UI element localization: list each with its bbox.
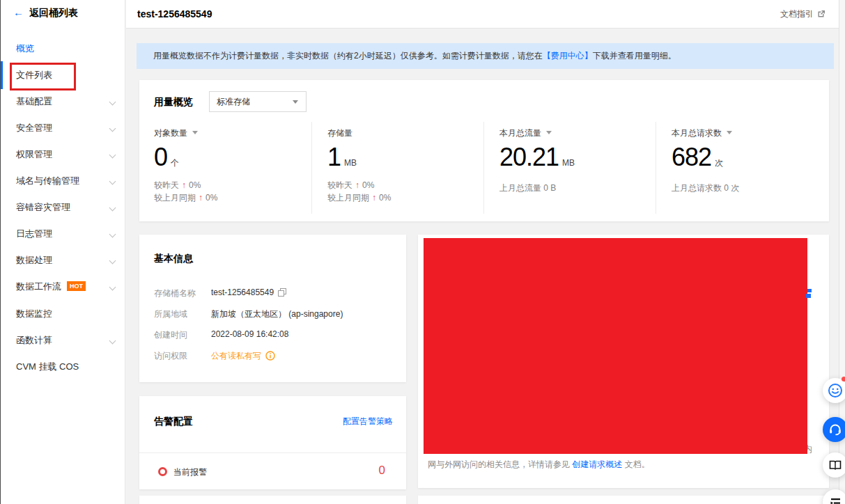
- chevron-down-icon: [109, 152, 116, 159]
- sidebar-item-permission-mgmt[interactable]: 权限管理: [1, 141, 126, 168]
- monthly-traffic-dropdown[interactable]: 本月总流量: [499, 127, 552, 139]
- chevron-down-icon: [109, 99, 116, 106]
- caret-down-icon: [727, 131, 732, 134]
- storage-value: 1: [327, 143, 341, 172]
- divider: [139, 452, 406, 453]
- sidebar-item-domain-transfer-mgmt[interactable]: 域名与传输管理: [1, 168, 126, 194]
- stat-object-count: 对象数量 0 个 较昨天↑0% 较上月同期↑0%: [139, 122, 311, 214]
- chevron-down-icon: [109, 125, 116, 132]
- next-card-left-edge: [139, 496, 406, 504]
- monthly-requests-dropdown[interactable]: 本月总请求数: [672, 127, 732, 139]
- up-arrow-icon: ↑: [355, 180, 359, 190]
- redaction-box: [424, 238, 807, 454]
- bucket-title: test-1256485549: [137, 0, 212, 28]
- monthly-traffic-value: 20.21: [499, 143, 559, 172]
- alarm-title: 告警配置: [154, 416, 193, 428]
- back-label: 返回桶列表: [29, 7, 78, 18]
- access-permission-value: 公有读私有写: [211, 351, 261, 361]
- select-caret-icon: [293, 100, 298, 104]
- domain-info-card: 范围内访问将会自动被指向到内网地址；跨地域或者不支持内网访问，默认将会解析到外网…: [418, 235, 829, 488]
- sidebar-item-overview[interactable]: 概览: [1, 36, 126, 62]
- sidebar-item-data-workflow[interactable]: 数据工作流HOT: [1, 274, 126, 300]
- external-link-icon: [817, 10, 825, 18]
- caret-down-icon: [192, 131, 198, 134]
- chevron-down-icon: [109, 231, 116, 238]
- storage-class-select[interactable]: 标准存储: [209, 91, 307, 112]
- alarm-ring-icon: [158, 467, 167, 476]
- sidebar: ←返回桶列表 概览 文件列表 基础配置 安全管理 权限管理 域名与传输管理 容错…: [0, 0, 125, 504]
- next-card-right-edge: [418, 496, 829, 504]
- last-month-requests: 上月总请求数 0 次: [672, 182, 739, 194]
- headset-icon: [828, 423, 842, 436]
- region-row: 所属地域 新加坡（亚太地区） (ap-singapore): [154, 308, 394, 320]
- storage-label: 存储量: [327, 127, 352, 139]
- sidebar-item-security-mgmt[interactable]: 安全管理: [1, 115, 126, 141]
- sidebar-item-file-list[interactable]: 文件列表: [1, 62, 126, 88]
- page-header: test-1256485549 文档指引: [126, 0, 845, 29]
- chevron-down-icon: [109, 178, 116, 185]
- basic-info-card: 基本信息 存储桶名称 test-1256485549 所属地域 新加坡（亚太地区…: [139, 235, 406, 382]
- support-button[interactable]: [823, 417, 845, 442]
- up-arrow-icon: ↑: [199, 193, 203, 203]
- bucket-name-value: test-1256485549: [211, 288, 274, 297]
- up-arrow-icon: ↑: [182, 180, 186, 190]
- region-value: 新加坡（亚太地区） (ap-singapore): [211, 308, 343, 320]
- usage-overview-card: 用量概览 标准存储 对象数量 0 个 较昨天↑0% 较上月同期↑0% 存储量 1…: [139, 80, 829, 221]
- up-arrow-icon: ↑: [372, 193, 376, 203]
- banner-text: 用量概览数据不作为计费计量数据，非实时数据（约有2小时延迟）仅供参考。如需计费计…: [153, 51, 543, 61]
- stat-storage: 存储量 1 MB 较昨天↑0% 较上月同期↑0%: [311, 122, 483, 214]
- sidebar-item-basic-config[interactable]: 基础配置: [1, 88, 126, 115]
- sidebar-item-data-processing[interactable]: 数据处理: [1, 247, 126, 274]
- chevron-down-icon: [109, 258, 116, 265]
- basic-info-title: 基本信息: [154, 253, 193, 265]
- create-time-value: 2022-08-09 16:42:08: [211, 329, 288, 339]
- survey-list-icon: [828, 495, 842, 504]
- stat-monthly-traffic: 本月总流量 20.21 MB 上月总流量 0 B: [483, 122, 656, 214]
- info-banner: 用量概览数据不作为计费计量数据，非实时数据（约有2小时延迟）仅供参考。如需计费计…: [137, 43, 834, 69]
- info-icon[interactable]: [265, 351, 275, 363]
- chevron-down-icon: [109, 284, 116, 291]
- docs-button[interactable]: [823, 452, 845, 478]
- billing-center-link[interactable]: 【费用中心】: [543, 51, 593, 61]
- notification-dot: [842, 377, 845, 381]
- smiley-icon: [828, 383, 843, 398]
- hot-badge: HOT: [67, 281, 86, 291]
- chevron-down-icon: [109, 205, 116, 212]
- back-arrow-icon: ←: [13, 6, 24, 18]
- monthly-requests-value: 682: [672, 143, 711, 172]
- last-month-traffic: 上月总流量 0 B: [499, 182, 556, 194]
- configure-alarm-policy-link[interactable]: 配置告警策略: [343, 416, 393, 427]
- main-content: 用量概览数据不作为计费计量数据，非实时数据（约有2小时延迟）仅供参考。如需计费计…: [126, 29, 845, 504]
- sidebar-item-cvm-mount-cos[interactable]: CVM 挂载 COS: [1, 354, 126, 380]
- usage-title: 用量概览: [154, 96, 193, 109]
- current-alarms-label: 当前报警: [173, 466, 207, 478]
- create-time-row: 创建时间 2022-08-09 16:42:08: [154, 329, 394, 340]
- open-book-icon: [828, 458, 842, 472]
- current-alarms-count: 0: [379, 464, 385, 478]
- sidebar-item-fault-tolerance-mgmt[interactable]: 容错容灾管理: [1, 194, 126, 221]
- alarm-config-card: 告警配置 配置告警策略 当前报警 0: [139, 396, 406, 489]
- chevron-down-icon: [109, 338, 116, 345]
- stat-monthly-requests: 本月总请求数 682 次 上月总请求数 0 次: [656, 122, 828, 214]
- doc-guide-link[interactable]: 文档指引: [780, 0, 825, 28]
- active-item-indicator: [1, 61, 3, 89]
- sidebar-item-function-compute[interactable]: 函数计算: [1, 327, 126, 354]
- sidebar-item-data-monitoring[interactable]: 数据监控: [1, 301, 126, 327]
- caret-down-icon: [546, 131, 552, 134]
- sidebar-item-log-mgmt[interactable]: 日志管理: [1, 221, 126, 247]
- copy-icon[interactable]: [278, 288, 286, 299]
- object-count-dropdown[interactable]: 对象数量: [154, 127, 198, 139]
- object-count-value: 0: [154, 143, 167, 172]
- back-to-bucket-list[interactable]: ←返回桶列表: [13, 6, 78, 19]
- create-request-overview-link[interactable]: 创建请求概述: [572, 459, 622, 469]
- access-permission-row: 访问权限 公有读私有写: [154, 350, 394, 361]
- feedback-button[interactable]: [823, 378, 845, 403]
- bucket-name-row: 存储桶名称 test-1256485549: [154, 288, 394, 299]
